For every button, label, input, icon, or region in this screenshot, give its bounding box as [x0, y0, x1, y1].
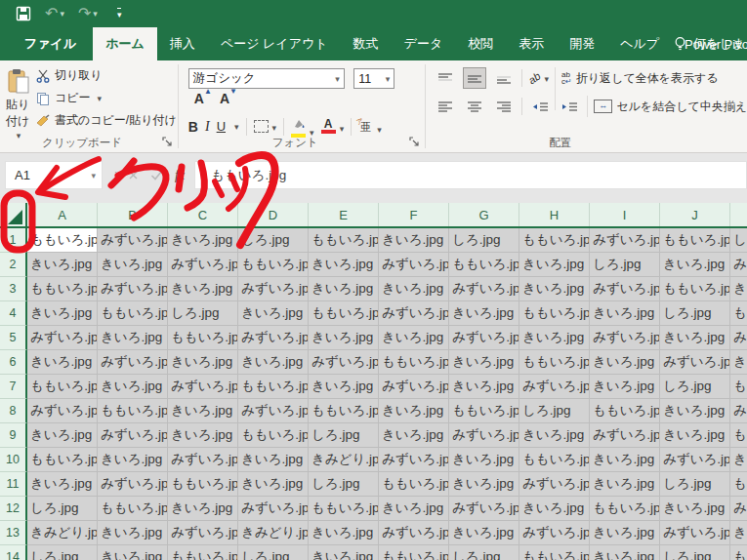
cell[interactable]: ももいろ.jpg [168, 472, 238, 497]
cell[interactable]: ももいろ.jpg [660, 277, 730, 301]
cell[interactable]: みずいろ.jpg [660, 350, 730, 375]
column-header-F[interactable]: F [379, 203, 449, 226]
cell[interactable]: きいろ.jpg [98, 521, 168, 545]
cell[interactable]: ももいろ.jpg [590, 497, 660, 521]
cancel-icon[interactable] [128, 170, 139, 180]
select-all-button[interactable] [0, 203, 27, 226]
cell[interactable]: きいろ.jpg [168, 277, 238, 301]
cell[interactable]: ももいろ.jpg [168, 326, 238, 350]
cell[interactable]: きいろ.jpg [449, 375, 519, 399]
tab-page-layout[interactable]: ページ レイアウト [208, 27, 341, 60]
cell[interactable]: しろ.jpg [660, 375, 730, 399]
row-header-1[interactable]: 1 [0, 228, 27, 253]
cell[interactable]: みずいろ.jpg [98, 228, 168, 253]
cell[interactable]: しろ.jpg [660, 545, 730, 560]
cell[interactable]: きいろ.jpg [238, 472, 309, 497]
cell-partial[interactable]: も [730, 545, 747, 560]
cell[interactable]: みずいろ.jpg [98, 277, 168, 301]
cell[interactable]: ももいろ.jpg [519, 350, 590, 375]
cell[interactable]: きいろ.jpg [309, 375, 379, 399]
cell[interactable]: きいろ.jpg [590, 448, 660, 472]
column-header-E[interactable]: E [309, 203, 379, 226]
cell[interactable]: きみどり.jpg [309, 448, 379, 472]
cell[interactable]: しろ.jpg [168, 301, 238, 326]
cell[interactable]: みずいろ.jpg [379, 253, 449, 277]
cell[interactable]: きいろ.jpg [660, 326, 730, 350]
copy-button[interactable]: コピー ▾ [33, 87, 180, 109]
cell-partial[interactable]: も [730, 472, 747, 497]
cell[interactable]: みずいろ.jpg [98, 350, 168, 375]
row-header-3[interactable]: 3 [0, 277, 27, 301]
cell[interactable]: みずいろ.jpg [379, 448, 449, 472]
cell[interactable]: ももいろ.jpg [168, 545, 238, 560]
cell[interactable]: ももいろ.jpg [309, 497, 379, 521]
cell[interactable]: きいろ.jpg [27, 350, 98, 375]
top-align-button[interactable] [434, 67, 457, 89]
cell[interactable]: しろ.jpg [27, 545, 98, 560]
cell[interactable]: みずいろ.jpg [519, 375, 590, 399]
cell[interactable]: ももいろ.jpg [309, 399, 379, 423]
cell[interactable]: ももいろ.jpg [519, 301, 590, 326]
customize-quick-access-button[interactable]: ▾ [117, 8, 122, 20]
clipboard-dialog-launcher[interactable] [162, 137, 174, 148]
underline-caret-icon[interactable]: ▾ [234, 122, 239, 132]
cell[interactable]: しろ.jpg [238, 228, 309, 253]
cell[interactable]: きいろ.jpg [660, 253, 730, 277]
cell[interactable]: きいろ.jpg [519, 253, 590, 277]
cell[interactable]: みずいろ.jpg [379, 521, 449, 545]
cell[interactable]: きいろ.jpg [168, 350, 238, 375]
fill-color-button[interactable]: ▾ [291, 115, 314, 138]
row-header-4[interactable]: 4 [0, 301, 27, 326]
cell[interactable]: みずいろ.jpg [309, 350, 379, 375]
cell[interactable]: ももいろ.jpg [27, 375, 98, 399]
cell[interactable]: きいろ.jpg [98, 448, 168, 472]
tab-view[interactable]: 表示 [506, 27, 557, 60]
row-header-7[interactable]: 7 [0, 375, 27, 399]
cell[interactable]: ももいろ.jpg [27, 448, 98, 472]
cell[interactable]: きいろ.jpg [98, 326, 168, 350]
cell[interactable]: ももいろ.jpg [238, 375, 309, 399]
cell-partial[interactable]: き [730, 521, 747, 545]
cell[interactable]: きいろ.jpg [27, 423, 98, 448]
cell[interactable]: ももいろ.jpg [519, 448, 590, 472]
cell-partial[interactable]: み [730, 399, 747, 423]
cell[interactable]: しろ.jpg [238, 545, 309, 560]
cell[interactable]: みずいろ.jpg [98, 472, 168, 497]
cell[interactable]: ももいろ.jpg [379, 350, 449, 375]
cell[interactable]: みずいろ.jpg [168, 253, 238, 277]
cut-button[interactable]: 切り取り [33, 64, 180, 87]
cell[interactable]: ももいろ.jpg [238, 423, 309, 448]
tell-me[interactable]: 何をしま [673, 27, 747, 60]
cell-partial[interactable]: き [730, 448, 747, 472]
cell[interactable]: みずいろ.jpg [379, 375, 449, 399]
tab-review[interactable]: 校閲 [455, 27, 506, 60]
cell[interactable]: きいろ.jpg [660, 497, 730, 521]
save-button[interactable] [16, 6, 31, 21]
cell[interactable]: きいろ.jpg [98, 375, 168, 399]
tab-help[interactable]: ヘルプ [607, 27, 672, 60]
insert-function-button[interactable]: fx [175, 168, 185, 183]
tab-data[interactable]: データ [392, 27, 456, 60]
cell[interactable]: ももいろ.jpg [590, 399, 660, 423]
cell-active-A1[interactable]: ももいろ.jpg [27, 228, 98, 253]
merge-center-button[interactable]: ↔ セルを結合して中央揃え [594, 99, 747, 115]
align-center-button[interactable] [463, 96, 486, 117]
column-header-C[interactable]: C [168, 203, 238, 226]
row-header-8[interactable]: 8 [0, 399, 27, 423]
tab-developer[interactable]: 開発 [557, 27, 607, 60]
cell-partial[interactable]: み [730, 253, 747, 277]
cell[interactable]: きいろ.jpg [660, 399, 730, 423]
undo-button[interactable]: ↶ ▾ [45, 6, 64, 21]
align-right-button[interactable] [492, 96, 516, 117]
wrap-text-button[interactable]: ab c↵ 折り返して全体を表示する [561, 70, 718, 87]
cell[interactable]: みずいろ.jpg [238, 326, 309, 350]
cell[interactable]: きいろ.jpg [379, 423, 449, 448]
cell[interactable]: しろ.jpg [309, 423, 379, 448]
cell[interactable]: みずいろ.jpg [449, 497, 519, 521]
cell[interactable]: しろ.jpg [27, 497, 98, 521]
column-header-partial[interactable] [730, 203, 747, 226]
cell[interactable]: みずいろ.jpg [27, 399, 98, 423]
cell[interactable]: きいろ.jpg [379, 326, 449, 350]
cell[interactable]: みずいろ.jpg [238, 399, 309, 423]
redo-button[interactable]: ↷ ▾ [78, 6, 98, 21]
